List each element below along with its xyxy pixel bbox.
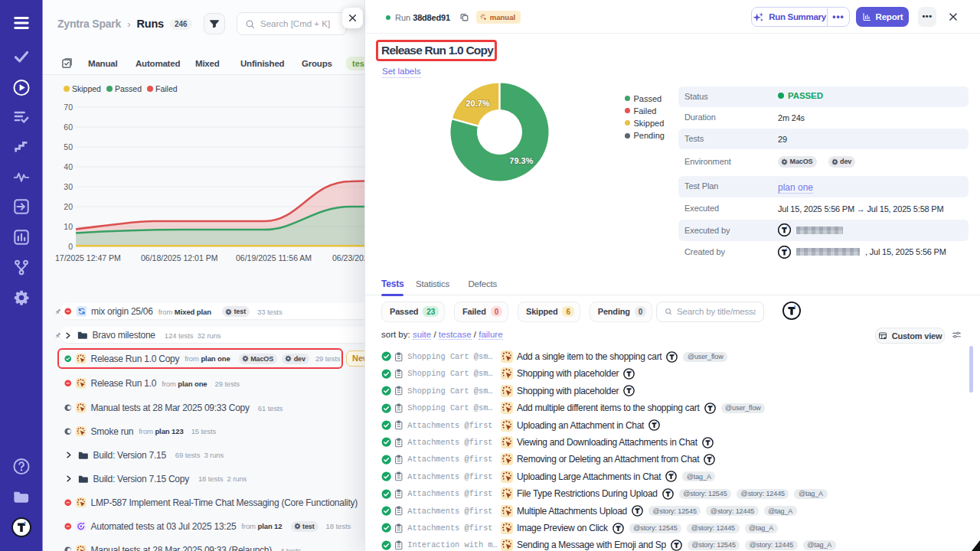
svg-text:06/19/2025 11:56 AM: 06/19/2025 11:56 AM bbox=[236, 253, 312, 262]
svg-text:79.3%: 79.3% bbox=[509, 156, 533, 165]
svg-text:06/18/2025 12:01 PM: 06/18/2025 12:01 PM bbox=[141, 253, 217, 262]
svg-text:0: 0 bbox=[68, 242, 73, 251]
svg-text:06/23/202: 06/23/202 bbox=[332, 253, 364, 262]
svg-text:40: 40 bbox=[64, 162, 73, 171]
svg-text:17/2025 12:47 PM: 17/2025 12:47 PM bbox=[55, 253, 121, 262]
svg-text:10: 10 bbox=[64, 222, 73, 231]
svg-text:20.7%: 20.7% bbox=[466, 99, 489, 108]
svg-text:60: 60 bbox=[64, 122, 73, 132]
svg-text:70: 70 bbox=[64, 103, 73, 112]
svg-text:20: 20 bbox=[64, 202, 73, 211]
svg-text:30: 30 bbox=[64, 182, 73, 191]
svg-text:50: 50 bbox=[64, 142, 73, 152]
